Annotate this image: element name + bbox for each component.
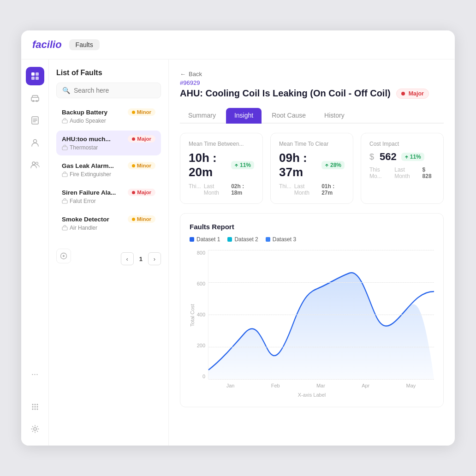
legend-dot — [227, 237, 232, 242]
change-badge: 11% — [231, 161, 254, 169]
nav-item-assets[interactable] — [26, 89, 44, 107]
sidebar-nav: ··· — [21, 60, 49, 446]
fault-item-top: AHU:too much... Major — [62, 135, 155, 143]
grid-line-400 — [208, 315, 434, 315]
prev-page-button[interactable]: ‹ — [121, 252, 134, 265]
fault-list: Backup Battery Minor Audio Speaker AHU:t… — [56, 104, 161, 236]
fault-item[interactable]: Siren Failure Ala... Major Falut Error — [56, 184, 161, 209]
logo: facilio — [32, 39, 62, 51]
svg-point-16 — [36, 406, 38, 408]
chart-area-fill — [208, 273, 434, 379]
nav-settings[interactable] — [26, 420, 44, 438]
tab-history[interactable]: History — [316, 108, 353, 124]
this-label: Thi... — [189, 183, 201, 196]
nav-more[interactable]: ··· — [31, 369, 38, 379]
search-box[interactable]: 🔍 — [56, 83, 161, 98]
metric-value: 09h : 37m — [279, 151, 317, 179]
major-dot — [401, 92, 405, 95]
metric-value-row: 10h : 20m 11% — [189, 151, 254, 179]
y-label-600: 600 — [197, 281, 205, 286]
severity-dot — [132, 111, 135, 114]
last-month-label: Last Month — [204, 183, 228, 196]
tabs: SummaryInsightRoot CauseHistory — [180, 108, 444, 124]
svg-rect-3 — [36, 77, 39, 80]
metric-sub: Thi... Last Month 02h : 18m — [189, 183, 254, 196]
svg-rect-21 — [62, 120, 67, 123]
svg-point-15 — [34, 406, 36, 408]
svg-point-6 — [36, 100, 38, 102]
grid-line-800 — [208, 250, 434, 250]
this-label: This Mo... — [369, 167, 392, 179]
fault-sub: Audio Speaker — [62, 118, 155, 124]
fault-item-top: Backup Battery Minor — [62, 108, 155, 116]
chart-content — [208, 250, 434, 379]
tab-insight[interactable]: Insight — [226, 108, 262, 124]
search-input[interactable] — [74, 87, 155, 94]
tab-root-cause[interactable]: Root Cause — [263, 108, 314, 124]
svg-point-27 — [63, 255, 65, 257]
next-page-button[interactable]: › — [148, 252, 161, 265]
chart-title: Faults Report — [190, 223, 434, 231]
legend-dot — [190, 237, 194, 242]
fault-item-top: Smoke Detector Minor — [62, 215, 155, 223]
fault-item[interactable]: Smoke Detector Minor Air Handler — [56, 211, 161, 236]
back-arrow-icon: ← — [180, 71, 186, 77]
nav-grid[interactable] — [26, 398, 44, 416]
fault-item-top: Gas Leak Alarm... Minor — [62, 162, 155, 169]
header-badge: Faults — [69, 39, 100, 50]
fault-item[interactable]: Gas Leak Alarm... Minor Fire Extinguishe… — [56, 157, 161, 182]
severity-dot — [132, 137, 135, 141]
x-label-apr: Apr — [362, 383, 369, 388]
legend-label: Dataset 2 — [234, 236, 258, 243]
grid-line-600 — [208, 282, 434, 283]
fault-sub-icon — [62, 225, 68, 231]
major-label: Major — [409, 90, 424, 97]
fault-sub: Fire Extinguisher — [62, 171, 155, 178]
svg-point-13 — [36, 404, 38, 405]
last-month-value: $ 828 — [422, 167, 435, 179]
nav-item-person[interactable] — [26, 133, 44, 152]
x-axis: Jan Feb Mar Apr May — [208, 383, 434, 388]
x-label-feb: Feb — [271, 383, 280, 388]
fault-item[interactable]: Backup Battery Minor Audio Speaker — [56, 104, 161, 129]
svg-point-8 — [33, 140, 36, 143]
severity-badge: Minor — [128, 215, 155, 223]
y-axis-title: Total Cost — [190, 304, 195, 327]
tab-summary[interactable]: Summary — [180, 108, 224, 124]
nav-item-team[interactable] — [26, 155, 44, 174]
fault-sub-icon — [62, 172, 68, 178]
svg-point-12 — [34, 404, 36, 405]
severity-badge: Minor — [128, 162, 155, 169]
list-panel: List of Faults 🔍 Backup Battery Minor Au… — [49, 60, 169, 446]
svg-rect-24 — [62, 200, 67, 203]
svg-point-17 — [32, 409, 33, 410]
y-label-800: 800 — [197, 250, 205, 256]
back-link[interactable]: ← Back — [180, 71, 444, 77]
x-label-may: May — [406, 383, 416, 388]
list-panel-title: List of Faults — [56, 69, 161, 77]
last-month-label: Last Month — [294, 183, 319, 196]
svg-rect-0 — [31, 72, 35, 76]
fault-sub-icon — [62, 198, 68, 204]
fault-sub-name: Air Handler — [70, 225, 97, 231]
grid-line-200 — [208, 347, 434, 347]
metric-card-cost-impact: Cost Impact $562 11% This Mo... Last Mon… — [361, 133, 444, 204]
pagination: ‹ 1 › — [121, 247, 161, 265]
app-container: facilio Faults — [21, 30, 455, 446]
filter-button[interactable] — [56, 249, 71, 263]
last-month-value: 01h : 27m — [321, 183, 345, 196]
fault-item[interactable]: AHU:too much... Major Thermostar — [56, 131, 161, 155]
svg-point-19 — [36, 409, 38, 410]
severity-dot — [132, 218, 135, 221]
x-label-mar: Mar — [316, 383, 325, 388]
chart-area: 800 600 400 200 0 Total Cost — [190, 250, 434, 398]
nav-item-reports[interactable] — [26, 111, 44, 130]
metric-label: Mean Time Between... — [189, 141, 254, 147]
fault-title-row: AHU: Cooling Coil Is Leaking (On Coil - … — [180, 88, 444, 99]
grid-line-0 — [208, 379, 434, 380]
up-arrow-icon — [325, 163, 329, 167]
last-month-label: Last Month — [394, 167, 419, 179]
nav-item-dashboard[interactable] — [26, 67, 44, 85]
list-bottom: ‹ 1 › — [56, 247, 161, 265]
header: facilio Faults — [21, 30, 455, 60]
